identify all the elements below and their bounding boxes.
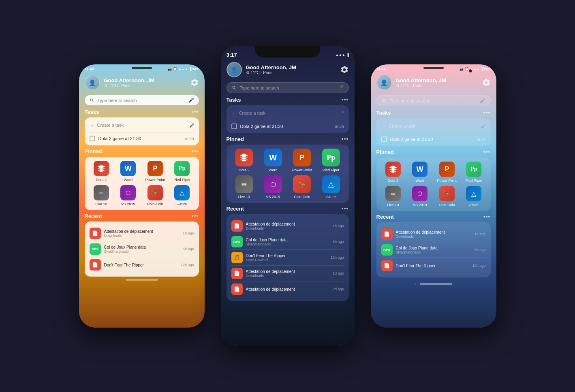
app-dota-center[interactable]: Dota 2 [231,149,257,172]
dota-icon-right [385,162,401,177]
settings-icon-center[interactable] [340,65,349,74]
app-coin-right[interactable]: 🦆 Coin-Coin [435,186,459,207]
mic-task-icon-right[interactable]: 🎤 [481,124,486,128]
settings-icon-right[interactable] [482,78,491,87]
app-ppt-center[interactable]: P Power Point [289,149,315,172]
app-vs-right[interactable]: ⬡ VS 2019 [408,186,432,207]
coin-label-left: Coin-Coin [147,202,163,206]
mic-task-icon-left[interactable]: 🎤 [189,123,194,128]
recent-header-right: Recent ••• [376,213,491,220]
create-task-text-center: Create a task [239,111,337,115]
task-checkbox-left-0[interactable] [90,136,95,141]
mic-task-icon-center[interactable]: 🎤 [339,111,344,115]
pinned-section-left: Pinned ••• Dota 2 W [85,148,199,210]
piper-icon-center: Pp [322,149,340,166]
create-task-center[interactable]: ＋ Create a task 🎤 [231,109,344,120]
pinned-menu-left[interactable]: ••• [192,148,199,154]
tasks-header-right: Tasks ••• [376,109,491,116]
ppt-icon-left: P [147,161,163,176]
tasks-menu-center[interactable]: ••• [342,96,349,103]
app-ppt-left[interactable]: P Power Point [143,161,167,182]
app-coin-center[interactable]: 🦆 Coin-Coin [289,175,315,199]
recent-icon-left-2: 📄 [90,259,101,271]
recent-item-right-2[interactable]: 📄 Don't Fear The Ripper 12h ago [381,258,486,273]
create-task-left[interactable]: ＋ Create a task 🎤 [90,121,194,132]
notch-center [255,46,320,58]
create-task-right[interactable]: ＋ Create a task 🎤 [381,122,486,133]
search-bar-right[interactable]: Type here to search 🎤 [376,95,491,106]
app-azure-left[interactable]: △ Azure [170,185,194,206]
app-piper-right[interactable]: Pp Pied Piper [462,162,486,183]
recent-icon-right-0: 📄 [381,228,393,240]
mic-icon-left[interactable]: 🎤 [188,98,194,103]
settings-icon-left[interactable] [190,78,199,87]
pinned-menu-center[interactable]: ••• [342,136,349,142]
app-live-right[interactable]: ≡≡ Live 10 [381,186,405,207]
pinned-menu-right[interactable]: ••• [483,149,491,155]
task-checkbox-center-0[interactable] [231,124,237,129]
camera-icon-right: 📷 [460,67,464,71]
recent-item-center-1[interactable]: GPX Col de Joux Plane data SkiaSharpnado… [231,234,344,250]
recent-menu-right[interactable]: ••• [483,213,491,220]
recent-item-left-1[interactable]: GPX Col de Joux Plane data SkiaSharpnado… [90,241,194,257]
recent-menu-center[interactable]: ••• [342,205,349,212]
task-item-right-0[interactable]: Dota 2 game at 21:30 in 3h [381,133,486,142]
recent-icon-center-3: 📄 [231,268,243,279]
app-live-center[interactable]: ≡≡ Live 10 [231,175,257,199]
recent-name-left-1: Col de Joux Plane data [104,245,180,249]
recent-section-left: Recent ••• 📄 Attestation de déplacement … [85,213,199,277]
recent-icon-left-0: 📄 [90,228,101,239]
app-dota-left[interactable]: Dota 2 [90,161,113,182]
recent-time-right-1: 5h ago [475,248,486,252]
battery-center: ▐ [346,53,349,57]
task-item-center-0[interactable]: Dota 2 game at 21:30 in 3h [231,120,344,129]
search-bar-left[interactable]: Type here to search 🎤 [85,95,199,105]
tasks-title-center: Tasks [227,97,241,103]
recent-item-right-1[interactable]: GPX Col de Joux Plane data SkiaSharpnado… [381,242,486,258]
search-placeholder-center: Type here to search [240,85,335,90]
recent-name-right-2: Don't Fear The Ripper [396,264,469,268]
phone-center: 3:17 ▲▲▲ ▐ 👤 Good Afternoon, JM ⚙ 11°C ·… [221,46,355,346]
app-piper-center[interactable]: Pp Pied Piper [318,149,344,172]
recent-menu-left[interactable]: ••• [192,213,199,219]
recent-item-center-3[interactable]: 📄 Attestation de déplacement Downloads 1… [231,266,344,281]
app-azure-right[interactable]: △ Azure [462,186,486,207]
tasks-menu-left[interactable]: ••• [192,109,199,115]
recent-time-left-2: 12h ago [181,263,194,267]
back-arrow-right[interactable]: ‹ [415,281,416,286]
coin-icon-right: 🦆 [439,186,455,201]
app-word-left[interactable]: W Word [116,161,140,182]
recent-item-left-0[interactable]: 📄 Attestation de déplacement Downloads 1… [90,226,194,241]
search-bar-center[interactable]: Type here to search 🎤 [227,82,349,93]
app-azure-center[interactable]: △ Azure [318,175,344,199]
recent-icon-center-2: 🎵 [231,252,243,263]
task-item-left-0[interactable]: Dota 2 game at 21:30 in 3h [90,132,194,141]
speaker-right [423,67,444,69]
tasks-menu-right[interactable]: ••• [483,109,491,116]
recent-name-left-0: Attestation de déplacement [104,229,180,234]
app-piper-left[interactable]: Pp Pied Piper [170,161,194,182]
app-vs-left[interactable]: ⬡ VS 2019 [116,185,140,206]
app-coin-left[interactable]: 🦆 Coin-Coin [143,185,167,206]
mic-icon-right[interactable]: 🎤 [480,98,485,103]
recent-item-right-0[interactable]: 📄 Attestation de déplacement Downloads 1… [381,226,486,242]
piper-label-left: Pied Piper [173,178,190,182]
recent-time-center-2: 12h ago [331,256,344,260]
recent-title-center: Recent [227,206,244,212]
pinned-title-center: Pinned [227,136,244,142]
recent-item-center-4[interactable]: 📄 Attestation de déplacement 2d ago [231,281,344,297]
mic-icon-center[interactable]: 🎤 [338,85,344,90]
app-vs-center[interactable]: ⬡ VS 2019 [260,175,286,199]
task-checkbox-right-0[interactable] [381,136,387,142]
app-word-right[interactable]: W Word [408,162,432,183]
recent-item-left-2[interactable]: 📄 Don't Fear The Ripper 12h ago [90,257,194,273]
recent-item-center-0[interactable]: 📄 Attestation de déplacement Downloads 1… [231,218,344,234]
greeting-center: Good Afternoon, JM [246,64,340,70]
pinned-section-right: Pinned ••• Dota 2 W Word [376,149,491,211]
wifi-icon-center: ▲▲▲ [336,53,345,57]
app-dota-right[interactable]: Dota 2 [381,162,405,183]
recent-item-center-2[interactable]: 🎵 Don't Fear The Ripper More Cowbell 12h… [231,250,344,266]
app-ppt-right[interactable]: P Power Point [435,162,459,183]
app-live-left[interactable]: ≡≡ Live 10 [90,185,113,206]
app-word-center[interactable]: W Word [260,149,286,172]
